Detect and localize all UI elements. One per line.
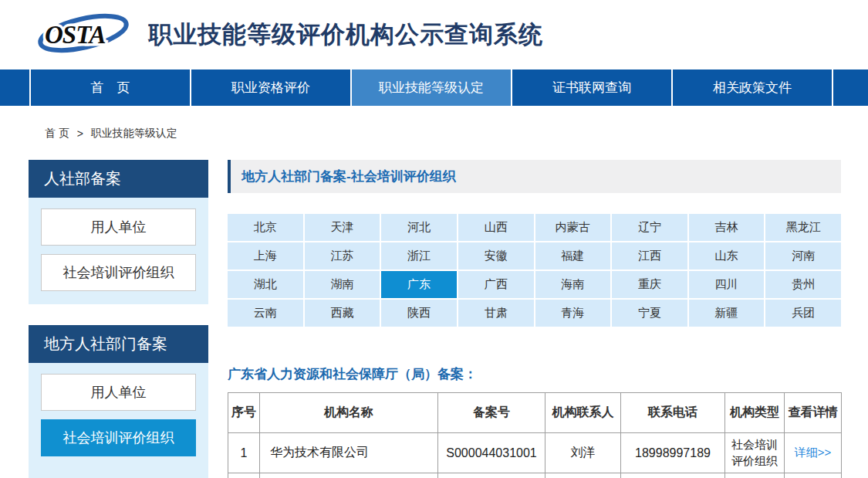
province-shanxi[interactable]: 山西 (458, 214, 534, 241)
sidebar-button-local-employer[interactable]: 用人单位 (41, 374, 196, 411)
sidebar-button-local-training-org[interactable]: 社会培训评价组织 (41, 419, 196, 456)
province-xinjiang[interactable]: 新疆 (689, 300, 765, 327)
table-row-partial (228, 473, 842, 478)
section-header: 地方人社部门备案-社会培训评价组织 (228, 160, 841, 193)
breadcrumb-current: 职业技能等级认定 (91, 127, 177, 139)
sidebar: 人社部备案 用人单位 社会培训评价组织 地方人社部门备案 用人单位 社会培训评价… (29, 160, 208, 478)
province-heilongjiang[interactable]: 黑龙江 (765, 214, 841, 241)
cell-org-name: 华为技术有限公司 (260, 433, 438, 473)
nav-tab-skill-level-certification[interactable]: 职业技能等级认定 (350, 69, 511, 106)
sidebar-panel-local-filing: 地方人社部门备案 用人单位 社会培训评价组织 (29, 325, 208, 478)
records-table: 序号 机构名称 备案号 机构联系人 联系电话 机构类型 查看详情 1 华为技术有… (228, 392, 842, 478)
table-header-row: 序号 机构名称 备案号 机构联系人 联系电话 机构类型 查看详情 (228, 393, 842, 433)
nav-right-spacer (832, 69, 868, 106)
cell-org-type: 社会培训评价组织 (725, 433, 785, 473)
column-header-org-type: 机构类型 (725, 393, 785, 433)
cell-detail: 详细>> (785, 433, 842, 473)
cell-index: 1 (228, 433, 260, 473)
province-shandong[interactable]: 山东 (689, 242, 765, 270)
svg-text:OSTA: OSTA (45, 21, 106, 49)
province-hebei[interactable]: 河北 (381, 214, 457, 241)
main-panel: 地方人社部门备案-社会培训评价组织 北京 天津 河北 山西 内蒙古 辽宁 吉林 … (228, 160, 841, 478)
province-qinghai[interactable]: 青海 (535, 300, 611, 327)
column-header-org-name: 机构名称 (260, 393, 438, 433)
province-shanghai[interactable]: 上海 (228, 242, 303, 270)
province-sichuan[interactable]: 四川 (689, 271, 765, 298)
osta-logo-icon[interactable]: OSTA (34, 12, 136, 58)
province-jiangsu[interactable]: 江苏 (305, 242, 380, 270)
nav-tab-home[interactable]: 首 页 (29, 69, 190, 106)
nav-left-spacer (0, 69, 29, 106)
main-nav: 首 页 职业资格评价 职业技能等级认定 证书联网查询 相关政策文件 (0, 69, 868, 106)
province-fujian[interactable]: 福建 (535, 242, 611, 270)
province-zhejiang[interactable]: 浙江 (381, 242, 457, 270)
province-guangdong[interactable]: 广东 (381, 271, 457, 298)
sidebar-button-employer[interactable]: 用人单位 (41, 208, 196, 246)
nav-tab-occupational-qualification[interactable]: 职业资格评价 (190, 69, 350, 106)
province-hubei[interactable]: 湖北 (228, 271, 303, 298)
panel-body-mohrss-filing: 用人单位 社会培训评价组织 (29, 198, 208, 304)
province-gansu[interactable]: 甘肃 (458, 300, 534, 327)
province-guizhou[interactable]: 贵州 (765, 271, 841, 298)
site-header: OSTA 职业技能等级评价机构公示查询系统 (0, 0, 868, 69)
province-jiangxi[interactable]: 江西 (612, 242, 687, 270)
content-area: 人社部备案 用人单位 社会培训评价组织 地方人社部门备案 用人单位 社会培训评价… (0, 160, 868, 478)
sidebar-panel-mohrss-filing: 人社部备案 用人单位 社会培训评价组织 (29, 160, 208, 304)
panel-title-local-filing: 地方人社部门备案 (29, 325, 208, 363)
record-section-title: 广东省人力资源和社会保障厅（局）备案： (228, 365, 841, 381)
panel-title-mohrss-filing: 人社部备案 (29, 160, 208, 198)
column-header-index: 序号 (228, 393, 260, 433)
panel-body-local-filing: 用人单位 社会培训评价组织 (29, 363, 208, 478)
province-yunnan[interactable]: 云南 (228, 300, 303, 327)
nav-tab-policy-documents[interactable]: 相关政策文件 (671, 69, 832, 106)
province-chongqing[interactable]: 重庆 (612, 271, 687, 298)
column-header-record-no: 备案号 (438, 393, 545, 433)
province-shaanxi[interactable]: 陕西 (381, 300, 457, 327)
column-header-detail: 查看详情 (785, 393, 842, 433)
province-xizang[interactable]: 西藏 (305, 300, 380, 327)
breadcrumb: 首 页 > 职业技能等级认定 (45, 127, 868, 140)
province-bingtuan[interactable]: 兵团 (765, 300, 841, 327)
province-hainan[interactable]: 海南 (535, 271, 611, 298)
province-tianjin[interactable]: 天津 (305, 214, 380, 241)
breadcrumb-home[interactable]: 首 页 (45, 127, 69, 139)
detail-link[interactable]: 详细>> (795, 446, 832, 459)
page-title: 职业技能等级评价机构公示查询系统 (148, 19, 543, 51)
breadcrumb-separator: > (77, 127, 83, 140)
province-guangxi[interactable]: 广西 (458, 271, 534, 298)
table-row: 1 华为技术有限公司 S000044031001 刘洋 18998997189 … (228, 433, 842, 473)
page: OSTA 职业技能等级评价机构公示查询系统 首 页 职业资格评价 职业技能等级认… (0, 0, 868, 478)
cell-contact: 刘洋 (545, 433, 621, 473)
province-jilin[interactable]: 吉林 (689, 214, 765, 241)
province-grid: 北京 天津 河北 山西 内蒙古 辽宁 吉林 黑龙江 上海 江苏 浙江 安徽 福建… (228, 214, 841, 327)
province-anhui[interactable]: 安徽 (458, 242, 534, 270)
column-header-contact: 机构联系人 (545, 393, 621, 433)
sidebar-button-training-org[interactable]: 社会培训评价组织 (41, 254, 196, 291)
nav-tab-certificate-query[interactable]: 证书联网查询 (511, 69, 671, 106)
cell-record-no: S000044031001 (438, 433, 545, 473)
province-hunan[interactable]: 湖南 (305, 271, 380, 298)
province-neimenggu[interactable]: 内蒙古 (535, 214, 611, 241)
province-liaoning[interactable]: 辽宁 (612, 214, 687, 241)
province-beijing[interactable]: 北京 (228, 214, 303, 241)
province-ningxia[interactable]: 宁夏 (612, 300, 687, 327)
province-henan[interactable]: 河南 (765, 242, 841, 270)
column-header-phone: 联系电话 (621, 393, 725, 433)
cell-phone: 18998997189 (621, 433, 725, 473)
